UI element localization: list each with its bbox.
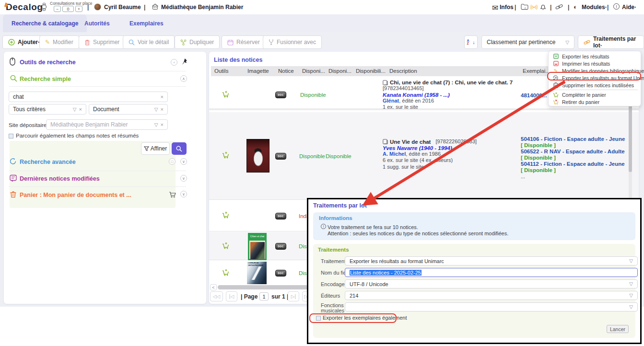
search-input[interactable] (13, 93, 161, 100)
counter-plus-button[interactable]: + (75, 6, 82, 12)
dupliquer-button[interactable]: Dupliquer (175, 35, 220, 49)
pagination-next-button[interactable]: ▷| (288, 291, 299, 301)
book-cover-chirurgie[interactable]: CHIRURGIE ORTHOPEDIQUE (247, 262, 267, 284)
column-description[interactable]: Description (389, 68, 417, 74)
counter-minus-button[interactable]: − (54, 6, 61, 12)
affiner-button[interactable]: Affiner (141, 142, 170, 155)
sort-order-button[interactable]: AZ ↓ (464, 35, 478, 49)
site-select[interactable]: Médiathèque Benjamin Rabier ▽ × (46, 119, 168, 130)
cart-icon[interactable] (169, 191, 176, 198)
clear-icon[interactable]: × (161, 122, 164, 127)
add-to-basket-icon[interactable] (222, 242, 229, 249)
sort-select[interactable]: Classement par pertinence ▽ (481, 35, 574, 49)
folder-icon[interactable] (521, 3, 528, 10)
modifier-button[interactable]: ✎ Modifier (39, 35, 79, 49)
add-to-basket-icon[interactable] (222, 151, 229, 159)
clear-icon[interactable]: × (161, 94, 164, 100)
column-dispo2[interactable]: Disponi... (328, 68, 351, 74)
criteria-select[interactable]: Tous critères ▽ × (9, 104, 86, 115)
lancer-button[interactable]: Lancer (607, 325, 629, 333)
nom-fichier-input[interactable]: Liste des notices - 2025-02-25 (345, 268, 638, 277)
counter-value[interactable]: 0 (62, 6, 74, 12)
doctype-select[interactable]: Document ▽ × (89, 104, 168, 115)
search-term-field[interactable]: × (9, 92, 168, 102)
add-to-basket-icon[interactable] (222, 91, 229, 98)
aide-menu[interactable]: Aide· (622, 4, 636, 11)
table-row[interactable]: DOC Disponible Disponible Une Vie de cha… (209, 112, 639, 200)
tab-exemplaires[interactable]: Exemplaires (121, 14, 172, 32)
chain-icon (584, 39, 590, 46)
pin-icon[interactable] (181, 58, 187, 65)
tab-autorites[interactable]: Autorités (76, 14, 118, 32)
infos-link[interactable]: Infos (500, 4, 514, 11)
menu-item-exporter-unimarc[interactable]: Exporter les résultats au format Unimarc (549, 74, 641, 81)
recherche-avancee-title[interactable]: Recherche avancée (20, 159, 76, 165)
user-name[interactable]: Cyril Beaume (104, 4, 141, 11)
expand-section-icon[interactable]: ∨ (180, 175, 187, 182)
publisher-link[interactable]: A. Michel (383, 151, 406, 157)
pagination-prev-button[interactable]: |◁ (226, 291, 237, 301)
clear-icon[interactable]: × (79, 106, 82, 112)
expand-section-icon[interactable]: ∨ (180, 158, 187, 165)
column-imagette[interactable]: Imagette (247, 68, 269, 74)
editeurs-select[interactable]: 214 ▽ (345, 291, 638, 300)
book-cover-chien-et-chat[interactable]: Chien et chat (248, 233, 267, 260)
expand-section-icon[interactable]: ∨ (180, 191, 187, 197)
column-dispo3[interactable]: Disponibili... (356, 68, 386, 74)
book-cover-une-vie-de-chat[interactable] (246, 139, 269, 173)
traitement-select[interactable]: Exporter les résultats au format Unimarc… (345, 256, 638, 265)
exemplaire-link[interactable]: 504106 - Fiction - Espace adulte - Jeune (521, 136, 625, 142)
avatar[interactable] (94, 3, 101, 11)
notes-checkbox[interactable] (9, 134, 13, 138)
link-icon[interactable] (555, 3, 563, 11)
search-submit-button[interactable] (172, 142, 187, 155)
collapse-panel-icon[interactable]: ‹ (171, 59, 177, 66)
site-name[interactable]: Médiathèque Benjamin Rabier (161, 4, 243, 11)
search-icon (176, 146, 182, 152)
menu-item-imprimer-resultats[interactable]: Imprimer les résultats (549, 60, 641, 67)
publisher-link[interactable]: Glénat (383, 98, 399, 104)
add-to-basket-icon[interactable] (222, 269, 229, 276)
fusionner-button[interactable]: Fusionner avec (263, 35, 322, 49)
author-link[interactable]: Kanata Konami (1958 - ...) (383, 92, 513, 98)
exemplaire-link[interactable]: 4814000... (521, 92, 547, 99)
column-outils[interactable]: Outils (214, 68, 228, 74)
column-exemplaires[interactable]: Exemplai... (523, 68, 550, 74)
author-link[interactable]: Yves Navarre (1940 - 1994) (383, 145, 477, 151)
clear-icon[interactable]: × (161, 106, 164, 112)
modules-menu[interactable]: Modules· (582, 4, 607, 11)
recherche-simple-title[interactable]: Recherche simple (20, 76, 71, 82)
supprimer-button[interactable]: Supprimer (79, 35, 125, 49)
column-notice[interactable]: Notice (278, 68, 294, 74)
basket-remove-icon (553, 99, 559, 104)
traitements-par-lot-button[interactable]: Traitements par lot· (578, 35, 644, 49)
exemplaire-link[interactable]: 504112 - Fiction - Espace adulte - Jeune (521, 161, 625, 167)
menu-item-retirer-panier[interactable]: Retirer du panier (549, 98, 641, 105)
tab-recherche-catalogage[interactable]: Recherche & catalogage (3, 14, 87, 32)
menu-item-completer-panier[interactable]: Compléter le panier (549, 91, 641, 98)
bell-icon[interactable] (540, 3, 546, 11)
dernieres-notices-title[interactable]: Dernières notices modifiées (20, 175, 100, 182)
exemplaire-link[interactable]: 506522 - R NAV - Espace adulte - Adulte (521, 149, 625, 155)
hotspot-icon[interactable] (530, 3, 538, 11)
reserver-button[interactable]: Réserver (222, 35, 266, 49)
encodage-select[interactable]: UTF-8 / Unicode ▽ (345, 279, 638, 288)
menu-item-modifier-donnees[interactable]: ✎ Modifier les données bibliographiques (549, 67, 641, 74)
hscroll-left-button[interactable]: < (210, 284, 217, 290)
menu-item-exporter-resultats[interactable]: Exporter les résultats (549, 53, 641, 60)
collapse-section-icon[interactable]: ∧ (180, 75, 187, 82)
add-to-basket-icon[interactable] (222, 211, 229, 219)
divider: | (607, 4, 609, 11)
export-exemplaires-checkbox[interactable] (316, 316, 321, 321)
chevron-down-icon: ▽ (629, 293, 633, 298)
pagination-first-button[interactable]: ◁◁ (210, 291, 223, 301)
page-number-input[interactable] (259, 292, 269, 300)
panier-title[interactable]: Panier : Mon panier de documents et ... (20, 192, 131, 198)
window-icon[interactable]: □ (169, 158, 176, 165)
column-dispo1[interactable]: Disponi... (302, 68, 325, 74)
clipboard-delete-icon (553, 82, 559, 88)
menu-item-supprimer-notices[interactable]: Supprimer les notices inutilisées (549, 81, 641, 89)
fonctions-musicales-select[interactable]: ▽ (345, 302, 638, 311)
voir-detail-button[interactable]: Voir le détail (123, 35, 175, 49)
divider: | (87, 4, 89, 11)
